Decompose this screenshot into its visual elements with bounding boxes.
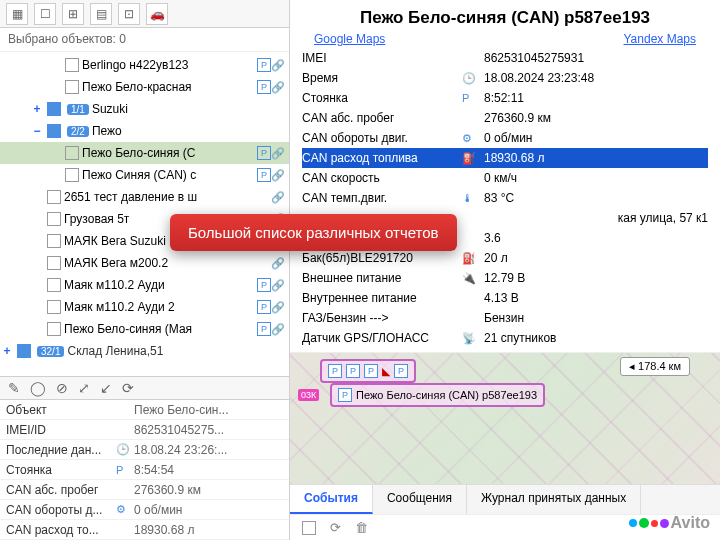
promo-callout: Большой список различных отчетов xyxy=(170,214,457,251)
tree-row[interactable]: +1/1Suzuki xyxy=(0,98,289,120)
info-row: CAN расход топлива⛽18930.68 л xyxy=(302,148,708,168)
link-icon: 🔗 xyxy=(271,279,285,292)
left-toolbar: ▦ ☐ ⊞ ▤ ⊡ 🚗 xyxy=(0,0,289,28)
link-icon: 🔗 xyxy=(271,81,285,94)
detail-tool-2[interactable]: ⊘ xyxy=(56,380,68,396)
tab-0[interactable]: События xyxy=(290,485,373,514)
tree-row[interactable]: Пежо Бело-краснаяP🔗 xyxy=(0,76,289,98)
count-badge: 1/1 xyxy=(67,104,89,115)
tree-label: Suzuki xyxy=(92,102,285,116)
tree-label: Пежо xyxy=(92,124,285,138)
link-icon: 🔗 xyxy=(271,323,285,336)
toolbar-btn-4[interactable]: ▤ xyxy=(90,3,112,25)
parking-icon: P xyxy=(257,80,271,94)
tree-label: Маяк м110.2 Ауди xyxy=(64,278,255,292)
expand-icon[interactable]: + xyxy=(30,102,44,116)
checkbox[interactable] xyxy=(65,168,79,182)
parking-icon: P xyxy=(257,58,271,72)
checkbox[interactable] xyxy=(65,146,79,160)
checkbox[interactable] xyxy=(47,212,61,226)
tree-row[interactable]: Пежо Синяя (CAN) сP🔗 xyxy=(0,164,289,186)
detail-tool-5[interactable]: ⟳ xyxy=(122,380,134,396)
checkbox[interactable] xyxy=(65,80,79,94)
tree-row[interactable]: Пежо Бело-синяя (МаяP🔗 xyxy=(0,318,289,340)
checkbox[interactable] xyxy=(47,300,61,314)
tree-row[interactable]: Маяк м110.2 АудиP🔗 xyxy=(0,274,289,296)
checkbox[interactable] xyxy=(47,322,61,336)
checkbox[interactable] xyxy=(47,124,61,138)
parking-icon: P xyxy=(394,364,408,378)
info-row: Внутреннее питание4.13 В xyxy=(302,288,708,308)
tree-label: Пежо Бело-синяя (C xyxy=(82,146,255,160)
info-row: СтоянкаP8:52:11 xyxy=(302,88,708,108)
info-row: Время🕒18.08.2024 23:23:48 xyxy=(302,68,708,88)
detail-tool-1[interactable]: ◯ xyxy=(30,380,46,396)
info-row: ГАЗ/Бензин --->Бензин xyxy=(302,308,708,328)
tree-label: Склад Ленина,51 xyxy=(67,344,285,358)
detail-row: СтоянкаP8:54:54 xyxy=(0,460,289,480)
google-maps-link[interactable]: Google Maps xyxy=(314,32,385,46)
tree-label: 2651 тест давление в ш xyxy=(64,190,271,204)
toolbar-btn-2[interactable]: ☐ xyxy=(34,3,56,25)
parking-icon: P xyxy=(338,388,352,402)
tree-row[interactable]: 2651 тест давление в ш🔗 xyxy=(0,186,289,208)
right-panel: Пежо Бело-синяя (CAN) р587ее193 Google M… xyxy=(290,0,720,540)
info-row: CAN темп.двиг.🌡83 °C xyxy=(302,188,708,208)
link-icon: 🔗 xyxy=(271,301,285,314)
checkbox[interactable] xyxy=(47,256,61,270)
refresh-icon[interactable]: ⟳ xyxy=(330,520,341,535)
parking-icon: P xyxy=(257,168,271,182)
link-icon: 🔗 xyxy=(271,257,285,270)
checkbox[interactable] xyxy=(17,344,31,358)
checkbox[interactable] xyxy=(47,102,61,116)
link-icon: 🔗 xyxy=(271,147,285,160)
selection-count: Выбрано объектов: 0 xyxy=(0,28,289,52)
parking-icon: P xyxy=(364,364,378,378)
toolbar-btn-6[interactable]: 🚗 xyxy=(146,3,168,25)
checkbox[interactable] xyxy=(47,190,61,204)
parking-icon: P xyxy=(257,278,271,292)
toolbar-btn-5[interactable]: ⊡ xyxy=(118,3,140,25)
tree-row[interactable]: Маяк м110.2 Ауди 2P🔗 xyxy=(0,296,289,318)
object-title: Пежо Бело-синяя (CAN) р587ее193 xyxy=(290,0,720,32)
checkbox[interactable] xyxy=(65,58,79,72)
tree-label: Berlingo н422ув123 xyxy=(82,58,255,72)
link-icon: 🔗 xyxy=(271,169,285,182)
detail-row: CAN обороты д...⚙0 об/мин xyxy=(0,500,289,520)
detail-tool-0[interactable]: ✎ xyxy=(8,380,20,396)
tree-row[interactable]: −2/2Пежо xyxy=(0,120,289,142)
checkbox[interactable] xyxy=(47,278,61,292)
detail-tool-3[interactable]: ⤢ xyxy=(78,380,90,396)
delete-icon[interactable]: 🗑 xyxy=(355,520,368,535)
cursor-icon: ◣ xyxy=(382,365,390,378)
detail-tool-4[interactable]: ↙ xyxy=(100,380,112,396)
tab-1[interactable]: Сообщения xyxy=(373,485,467,514)
info-row: Датчик GPS/ГЛОНАСС📡21 спутников xyxy=(302,328,708,348)
info-row: IMEI862531045275931 xyxy=(302,48,708,68)
tree-label: Пежо Синяя (CAN) с xyxy=(82,168,255,182)
avito-watermark: Avito xyxy=(629,514,710,532)
yandex-maps-link[interactable]: Yandex Maps xyxy=(624,32,697,46)
toolbar-btn-1[interactable]: ▦ xyxy=(6,3,28,25)
detail-row: IMEI/ID862531045275... xyxy=(0,420,289,440)
expand-icon[interactable]: − xyxy=(30,124,44,138)
checkbox[interactable] xyxy=(47,234,61,248)
toolbar-btn-3[interactable]: ⊞ xyxy=(62,3,84,25)
info-row: CAN абс. пробег276360.9 км xyxy=(302,108,708,128)
map-marker-cluster[interactable]: P P P ◣ P xyxy=(320,359,416,383)
tree-label: Пежо Бело-красная xyxy=(82,80,255,94)
tree-row[interactable]: +32/1Склад Ленина,51 xyxy=(0,340,289,362)
parking-icon: P xyxy=(257,146,271,160)
map-distance-badge: ◂ 178.4 км xyxy=(620,357,690,376)
select-all-checkbox[interactable] xyxy=(302,521,316,535)
tree-row[interactable]: Berlingo н422ув123P🔗 xyxy=(0,54,289,76)
tree-row[interactable]: МАЯК Вега м200.2🔗 xyxy=(0,252,289,274)
map-object-label[interactable]: P Пежо Бело-синяя (CAN) р587ее193 xyxy=(330,383,545,407)
info-row: CAN скорость0 км/ч xyxy=(302,168,708,188)
expand-icon[interactable]: + xyxy=(0,344,14,358)
count-badge: 32/1 xyxy=(37,346,64,357)
tab-2[interactable]: Журнал принятых данных xyxy=(467,485,641,514)
info-row: CAN обороты двиг.⚙0 об/мин xyxy=(302,128,708,148)
map-area[interactable]: ◂ 178.4 км P P P ◣ P P Пежо Бело-синяя (… xyxy=(290,352,720,484)
tree-row[interactable]: Пежо Бело-синяя (CP🔗 xyxy=(0,142,289,164)
